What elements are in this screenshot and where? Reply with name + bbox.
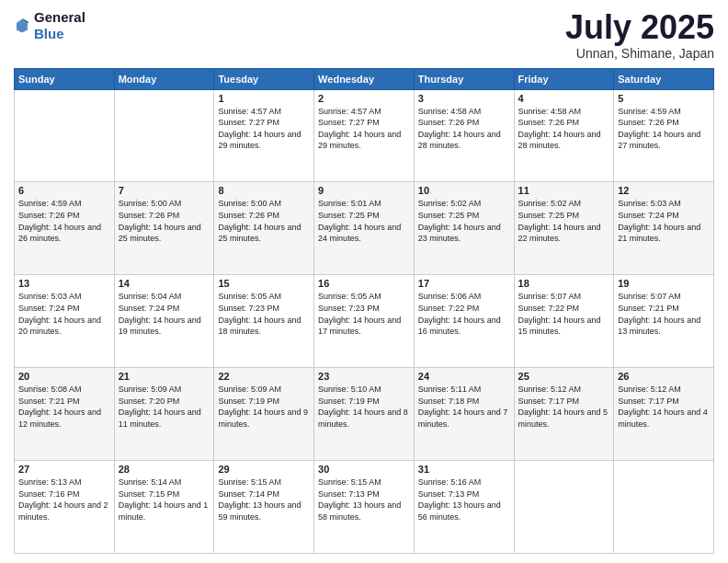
week-row-1: 1Sunrise: 4:57 AM Sunset: 7:27 PM Daylig… <box>15 89 714 182</box>
day-info: Sunrise: 5:07 AM Sunset: 7:21 PM Dayligh… <box>618 291 710 337</box>
day-info: Sunrise: 5:12 AM Sunset: 7:17 PM Dayligh… <box>518 384 610 430</box>
logo-general: General <box>34 9 85 26</box>
day-number: 3 <box>418 93 510 104</box>
month-title: July 2025 <box>565 9 714 46</box>
logo: General Blue <box>14 9 85 42</box>
day-info: Sunrise: 5:00 AM Sunset: 7:26 PM Dayligh… <box>119 198 210 244</box>
calendar-cell: 19Sunrise: 5:07 AM Sunset: 7:21 PM Dayli… <box>614 275 714 368</box>
day-number: 20 <box>18 371 110 382</box>
calendar-cell: 11Sunrise: 5:02 AM Sunset: 7:25 PM Dayli… <box>514 182 614 275</box>
col-saturday: Saturday <box>614 68 714 89</box>
calendar-cell: 13Sunrise: 5:03 AM Sunset: 7:24 PM Dayli… <box>15 275 115 368</box>
col-wednesday: Wednesday <box>314 68 415 89</box>
logo-text: General Blue <box>34 9 85 42</box>
day-info: Sunrise: 4:57 AM Sunset: 7:27 PM Dayligh… <box>218 106 310 152</box>
calendar-cell: 3Sunrise: 4:58 AM Sunset: 7:26 PM Daylig… <box>414 89 514 182</box>
page: General Blue July 2025 Unnan, Shimane, J… <box>0 0 728 563</box>
day-info: Sunrise: 5:05 AM Sunset: 7:23 PM Dayligh… <box>218 291 310 337</box>
day-number: 27 <box>18 464 110 475</box>
day-number: 21 <box>119 371 210 382</box>
day-number: 14 <box>119 278 210 289</box>
week-row-3: 13Sunrise: 5:03 AM Sunset: 7:24 PM Dayli… <box>15 275 714 368</box>
day-number: 6 <box>18 185 110 196</box>
calendar-cell: 7Sunrise: 5:00 AM Sunset: 7:26 PM Daylig… <box>114 182 214 275</box>
day-number: 22 <box>218 371 310 382</box>
calendar-cell: 24Sunrise: 5:11 AM Sunset: 7:18 PM Dayli… <box>414 368 514 461</box>
calendar-cell: 30Sunrise: 5:15 AM Sunset: 7:13 PM Dayli… <box>314 461 415 554</box>
calendar-cell: 25Sunrise: 5:12 AM Sunset: 7:17 PM Dayli… <box>514 368 614 461</box>
calendar-cell: 1Sunrise: 4:57 AM Sunset: 7:27 PM Daylig… <box>214 89 314 182</box>
day-info: Sunrise: 5:12 AM Sunset: 7:17 PM Dayligh… <box>618 384 710 430</box>
day-info: Sunrise: 5:00 AM Sunset: 7:26 PM Dayligh… <box>218 198 310 244</box>
week-row-2: 6Sunrise: 4:59 AM Sunset: 7:26 PM Daylig… <box>15 182 714 275</box>
day-info: Sunrise: 5:11 AM Sunset: 7:18 PM Dayligh… <box>418 384 510 430</box>
day-info: Sunrise: 4:58 AM Sunset: 7:26 PM Dayligh… <box>418 106 510 152</box>
location-subtitle: Unnan, Shimane, Japan <box>565 46 714 61</box>
day-info: Sunrise: 5:03 AM Sunset: 7:24 PM Dayligh… <box>18 291 110 337</box>
header: General Blue July 2025 Unnan, Shimane, J… <box>14 9 714 61</box>
day-number: 17 <box>418 278 510 289</box>
logo-blue: Blue <box>34 26 85 42</box>
calendar-cell: 31Sunrise: 5:16 AM Sunset: 7:13 PM Dayli… <box>414 461 514 554</box>
col-friday: Friday <box>514 68 614 89</box>
day-info: Sunrise: 5:15 AM Sunset: 7:13 PM Dayligh… <box>318 477 410 523</box>
day-info: Sunrise: 5:05 AM Sunset: 7:23 PM Dayligh… <box>318 291 410 337</box>
calendar-cell <box>114 89 214 182</box>
day-number: 12 <box>618 185 710 196</box>
day-number: 29 <box>218 464 310 475</box>
day-number: 31 <box>418 464 510 475</box>
calendar-cell: 10Sunrise: 5:02 AM Sunset: 7:25 PM Dayli… <box>414 182 514 275</box>
calendar-cell: 15Sunrise: 5:05 AM Sunset: 7:23 PM Dayli… <box>214 275 314 368</box>
calendar-cell: 28Sunrise: 5:14 AM Sunset: 7:15 PM Dayli… <box>114 461 214 554</box>
calendar-cell <box>614 461 714 554</box>
calendar-cell: 17Sunrise: 5:06 AM Sunset: 7:22 PM Dayli… <box>414 275 514 368</box>
day-number: 5 <box>618 93 710 104</box>
calendar-header-row: Sunday Monday Tuesday Wednesday Thursday… <box>15 68 714 89</box>
week-row-4: 20Sunrise: 5:08 AM Sunset: 7:21 PM Dayli… <box>15 368 714 461</box>
day-number: 13 <box>18 278 110 289</box>
calendar-cell: 2Sunrise: 4:57 AM Sunset: 7:27 PM Daylig… <box>314 89 415 182</box>
calendar-cell: 4Sunrise: 4:58 AM Sunset: 7:26 PM Daylig… <box>514 89 614 182</box>
day-number: 18 <box>518 278 610 289</box>
day-info: Sunrise: 5:03 AM Sunset: 7:24 PM Dayligh… <box>618 198 710 244</box>
day-info: Sunrise: 4:59 AM Sunset: 7:26 PM Dayligh… <box>18 198 110 244</box>
day-number: 30 <box>318 464 410 475</box>
calendar-cell: 27Sunrise: 5:13 AM Sunset: 7:16 PM Dayli… <box>15 461 115 554</box>
calendar-cell: 12Sunrise: 5:03 AM Sunset: 7:24 PM Dayli… <box>614 182 714 275</box>
calendar-cell: 8Sunrise: 5:00 AM Sunset: 7:26 PM Daylig… <box>214 182 314 275</box>
calendar-cell: 6Sunrise: 4:59 AM Sunset: 7:26 PM Daylig… <box>15 182 115 275</box>
day-number: 15 <box>218 278 310 289</box>
day-number: 2 <box>318 93 410 104</box>
day-number: 23 <box>318 371 410 382</box>
day-info: Sunrise: 5:15 AM Sunset: 7:14 PM Dayligh… <box>218 477 310 523</box>
logo-icon <box>14 17 30 34</box>
col-thursday: Thursday <box>414 68 514 89</box>
day-number: 4 <box>518 93 610 104</box>
calendar-cell: 22Sunrise: 5:09 AM Sunset: 7:19 PM Dayli… <box>214 368 314 461</box>
day-info: Sunrise: 4:59 AM Sunset: 7:26 PM Dayligh… <box>618 106 710 152</box>
day-number: 1 <box>218 93 310 104</box>
day-number: 9 <box>318 185 410 196</box>
calendar-cell: 23Sunrise: 5:10 AM Sunset: 7:19 PM Dayli… <box>314 368 415 461</box>
day-info: Sunrise: 5:09 AM Sunset: 7:20 PM Dayligh… <box>119 384 210 430</box>
calendar-cell: 5Sunrise: 4:59 AM Sunset: 7:26 PM Daylig… <box>614 89 714 182</box>
calendar-cell <box>15 89 115 182</box>
calendar-cell: 29Sunrise: 5:15 AM Sunset: 7:14 PM Dayli… <box>214 461 314 554</box>
day-number: 26 <box>618 371 710 382</box>
day-info: Sunrise: 5:02 AM Sunset: 7:25 PM Dayligh… <box>418 198 510 244</box>
day-info: Sunrise: 5:02 AM Sunset: 7:25 PM Dayligh… <box>518 198 610 244</box>
day-info: Sunrise: 5:14 AM Sunset: 7:15 PM Dayligh… <box>119 477 210 523</box>
day-info: Sunrise: 5:01 AM Sunset: 7:25 PM Dayligh… <box>318 198 410 244</box>
calendar-cell: 26Sunrise: 5:12 AM Sunset: 7:17 PM Dayli… <box>614 368 714 461</box>
day-number: 8 <box>218 185 310 196</box>
day-info: Sunrise: 4:58 AM Sunset: 7:26 PM Dayligh… <box>518 106 610 152</box>
day-number: 24 <box>418 371 510 382</box>
calendar-cell: 18Sunrise: 5:07 AM Sunset: 7:22 PM Dayli… <box>514 275 614 368</box>
col-tuesday: Tuesday <box>214 68 314 89</box>
title-block: July 2025 Unnan, Shimane, Japan <box>565 9 714 61</box>
day-info: Sunrise: 5:04 AM Sunset: 7:24 PM Dayligh… <box>119 291 210 337</box>
calendar-cell: 16Sunrise: 5:05 AM Sunset: 7:23 PM Dayli… <box>314 275 415 368</box>
col-sunday: Sunday <box>15 68 115 89</box>
day-info: Sunrise: 5:08 AM Sunset: 7:21 PM Dayligh… <box>18 384 110 430</box>
calendar-cell: 14Sunrise: 5:04 AM Sunset: 7:24 PM Dayli… <box>114 275 214 368</box>
